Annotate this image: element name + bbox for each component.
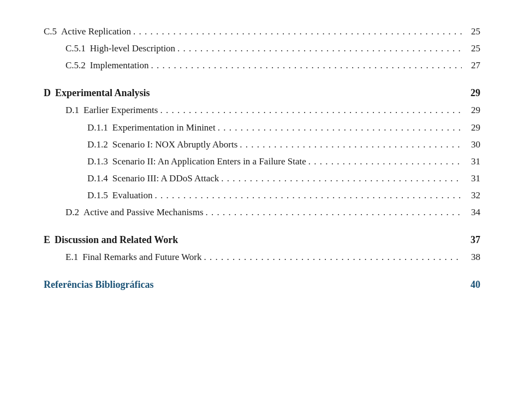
- toc-number-e1: E.1: [66, 250, 78, 264]
- toc-page-d1: 29: [464, 103, 480, 117]
- toc-number-d13: D.1.3: [87, 154, 108, 169]
- toc-number-e: E: [44, 232, 50, 248]
- toc-page-d13: 31: [464, 154, 480, 169]
- toc-entry-e: EDiscussion and Related Work37: [44, 232, 480, 248]
- toc-label-d15: Evaluation: [112, 188, 153, 203]
- toc-page-ref: 40: [464, 277, 480, 293]
- toc-label-e1: Final Remarks and Future Work: [82, 250, 201, 264]
- toc-number-d1: D.1: [66, 103, 79, 117]
- toc-dots-d14: . . . . . . . . . . . . . . . . . . . . …: [221, 171, 462, 186]
- toc-page-d15: 32: [464, 188, 480, 203]
- toc-number-c5: C.5: [44, 24, 57, 39]
- toc-entry-d: DExperimental Analysis29: [44, 85, 480, 101]
- toc-dots-c51: . . . . . . . . . . . . . . . . . . . . …: [177, 41, 462, 56]
- toc-dots-d2: . . . . . . . . . . . . . . . . . . . . …: [206, 205, 462, 220]
- toc-entry-d11: D.1.1Experimentation in Mininet . . . . …: [44, 120, 480, 135]
- toc-number-d2: D.2: [66, 205, 79, 220]
- toc-number-d14: D.1.4: [87, 171, 108, 186]
- toc-entry-d12: D.1.2Scenario I: NOX Abruptly Aborts . .…: [44, 137, 480, 152]
- toc-page-d14: 31: [464, 171, 480, 186]
- toc-page-e1: 38: [464, 250, 480, 264]
- toc-dots-c5: . . . . . . . . . . . . . . . . . . . . …: [133, 24, 462, 39]
- toc-dots-c52: . . . . . . . . . . . . . . . . . . . . …: [151, 58, 462, 73]
- toc-label-ref: Referências Bibliográficas: [44, 277, 153, 293]
- toc-entry-d2: D.2Active and Passive Mechanisms . . . .…: [44, 205, 480, 220]
- toc-label-c5: Active Replication: [61, 24, 131, 39]
- toc-entry-d14: D.1.4Scenario III: A DDoS Attack . . . .…: [44, 171, 480, 186]
- toc-dots-d11: . . . . . . . . . . . . . . . . . . . . …: [218, 120, 462, 135]
- toc-number-d: D: [44, 85, 51, 101]
- toc-entry-c5: C.5Active Replication . . . . . . . . . …: [44, 24, 480, 39]
- toc-dots-d1: . . . . . . . . . . . . . . . . . . . . …: [160, 103, 462, 117]
- toc-label-d13: Scenario II: An Application Enters in a …: [112, 154, 306, 169]
- toc-number-d12: D.1.2: [87, 137, 108, 152]
- toc-page-c52: 27: [464, 58, 480, 73]
- toc-entry-d13: D.1.3Scenario II: An Application Enters …: [44, 154, 480, 169]
- toc-dots-d12: . . . . . . . . . . . . . . . . . . . . …: [240, 137, 462, 152]
- toc-label-d12: Scenario I: NOX Abruptly Aborts: [112, 137, 237, 152]
- toc-label-e: Discussion and Related Work: [55, 232, 178, 248]
- toc-number-d15: D.1.5: [87, 188, 108, 203]
- toc-label-c51: High-level Description: [90, 41, 175, 56]
- toc-dots-d15: . . . . . . . . . . . . . . . . . . . . …: [154, 188, 462, 203]
- toc-dots-d13: . . . . . . . . . . . . . . . . . . . . …: [308, 154, 462, 169]
- toc-number-c52: C.5.2: [66, 58, 86, 73]
- toc-container: C.5Active Replication . . . . . . . . . …: [44, 24, 480, 292]
- toc-entry-c51: C.5.1High-level Description . . . . . . …: [44, 41, 480, 56]
- toc-number-c51: C.5.1: [66, 41, 86, 56]
- toc-page-c5: 25: [464, 24, 480, 39]
- toc-number-d11: D.1.1: [87, 120, 108, 135]
- toc-page-d11: 29: [464, 120, 480, 135]
- toc-page-d: 29: [464, 85, 480, 101]
- toc-entry-c52: C.5.2Implementation . . . . . . . . . . …: [44, 58, 480, 73]
- toc-label-d14: Scenario III: A DDoS Attack: [112, 171, 219, 186]
- toc-entry-ref: Referências Bibliográficas40: [44, 277, 480, 293]
- toc-label-d2: Active and Passive Mechanisms: [84, 205, 204, 220]
- toc-label-d11: Experimentation in Mininet: [112, 120, 216, 135]
- toc-label-c52: Implementation: [90, 58, 149, 73]
- toc-entry-d15: D.1.5Evaluation . . . . . . . . . . . . …: [44, 188, 480, 203]
- toc-entry-d1: D.1Earlier Experiments . . . . . . . . .…: [44, 103, 480, 117]
- toc-dots-e1: . . . . . . . . . . . . . . . . . . . . …: [204, 250, 462, 264]
- toc-page-c51: 25: [464, 41, 480, 56]
- toc-page-d2: 34: [464, 205, 480, 220]
- toc-label-d1: Earlier Experiments: [84, 103, 158, 117]
- toc-page-d12: 30: [464, 137, 480, 152]
- toc-page-e: 37: [464, 232, 480, 248]
- toc-entry-e1: E.1Final Remarks and Future Work . . . .…: [44, 250, 480, 264]
- toc-label-d: Experimental Analysis: [55, 85, 150, 101]
